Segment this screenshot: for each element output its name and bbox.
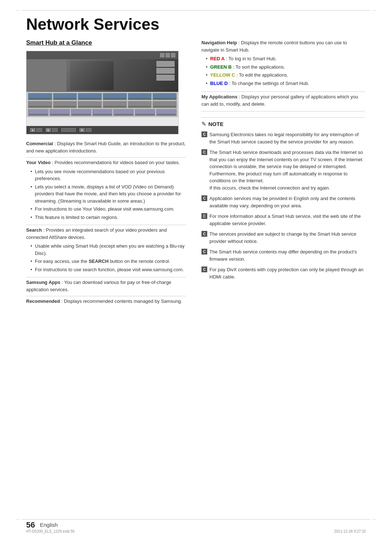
search-item-3: For instructions to use search function,… <box>30 266 186 273</box>
margin-mark-right <box>372 10 376 11</box>
note-header: ✎ NOTE <box>201 117 365 127</box>
sh-icon-2 <box>166 53 170 57</box>
search-text: Search : Provides an integrated search o… <box>26 227 186 241</box>
sh-long-bar <box>61 128 76 132</box>
sh-row-item <box>28 93 52 100</box>
page: Network Services Smart Hub at a Glance <box>0 0 392 537</box>
your-video-item-2: Lets you select a movie, displays a list… <box>30 183 186 205</box>
search-block: Search : Provides an integrated search o… <box>26 227 186 277</box>
sh-row-item <box>152 101 177 108</box>
note-item-5: C The services provided are subject to c… <box>201 231 365 245</box>
sh-left-panel <box>26 59 66 91</box>
sh-row-item <box>156 109 177 116</box>
sh-row-item <box>78 101 102 108</box>
note-text-6: The Smart Hub service contents may diffe… <box>209 248 365 263</box>
sh-featured <box>26 59 178 92</box>
smarthub-diagram: a b d <box>26 51 179 134</box>
sh-small-3 <box>156 75 175 81</box>
note-text-3: Application services may be provided in … <box>209 195 365 209</box>
sh-btn-d: d <box>79 128 91 132</box>
my-apps-block: My Applications : Displays your personal… <box>201 93 365 111</box>
sh-row-3 <box>28 109 177 116</box>
sh-icon-3 <box>171 53 175 57</box>
commercial-title: Commercial <box>26 141 53 146</box>
sh-row-item <box>53 93 77 100</box>
search-title: Search <box>26 227 42 233</box>
sh-btn-a-box: a <box>30 128 35 132</box>
blue-text: : To change the settings of Smart Hub. <box>228 81 309 86</box>
bottom-border <box>22 519 370 520</box>
note-item-1: C Samsung Electronics takes no legal res… <box>201 131 365 145</box>
sh-row-item <box>92 109 113 116</box>
sh-rows <box>26 92 178 117</box>
note-icon: ✎ <box>201 121 206 127</box>
sh-row-item <box>135 109 155 116</box>
sh-row-item <box>113 109 134 116</box>
sh-row-item <box>49 109 70 116</box>
sh-row-item <box>152 93 177 100</box>
yellow-text: : To edit the applications. <box>235 72 288 78</box>
section-title: Smart Hub at a Glance <box>26 39 186 46</box>
your-video-title: Your Video <box>26 160 50 165</box>
note-badge-5: C <box>201 231 207 237</box>
sh-bottom-bar: a b d <box>26 126 178 134</box>
commercial-text: Commercial : Displays the Smart Hub Guid… <box>26 140 186 154</box>
sh-row-item <box>71 109 91 116</box>
note-text-4: For more information about a Smart Hub s… <box>209 213 365 227</box>
footer-left: HT-D5200_ELS_1229.indd 56 <box>26 529 74 533</box>
your-video-item-3: For instructions to use Your Video, plea… <box>30 206 186 213</box>
note-badge-1: C <box>201 131 207 137</box>
sh-row-2 <box>28 101 177 108</box>
note-badge-6: C <box>201 249 207 255</box>
note-text-7: For pay DivX contents with copy protecti… <box>209 266 365 280</box>
nav-help-text: Navigation Help : Displays the remote co… <box>201 39 365 53</box>
sh-btn-d-box: d <box>79 128 85 132</box>
sh-featured-small <box>156 61 175 81</box>
note-badge-2: C <box>201 149 207 155</box>
your-video-text: Your Video : Provides recommendations fo… <box>26 159 186 166</box>
search-list: Usable while using Smart Hub (except whe… <box>30 243 186 273</box>
nav-green-item: GREEN B : To sort the applications. <box>206 64 365 71</box>
nav-help-list: RED A : To log in to Smart Hub. GREEN B … <box>206 55 365 87</box>
red-label: RED A <box>210 56 225 61</box>
nav-help-title: Navigation Help <box>201 40 237 45</box>
search-item-2: For easy access, use the SEARCH button o… <box>30 258 186 265</box>
nav-blue-item: BLUE D : To change the settings of Smart… <box>206 80 365 87</box>
note-badge-3: C <box>201 195 207 201</box>
sh-btn-a-bar <box>36 128 42 132</box>
sh-icon-1 <box>160 53 164 57</box>
blue-label: BLUE D <box>210 81 228 86</box>
your-video-desc: : Provides recommendations for videos ba… <box>52 160 180 165</box>
your-video-item-4: This feature is limited to certain regio… <box>30 214 186 221</box>
recommended-title: Recommended <box>26 298 60 304</box>
page-language: English <box>40 522 58 528</box>
sh-btn-b: b <box>46 128 58 132</box>
sh-row-item <box>128 93 152 100</box>
note-label: NOTE <box>208 121 224 127</box>
search-item-1: Usable while using Smart Hub (except whe… <box>30 243 186 257</box>
green-label: GREEN B <box>210 64 232 70</box>
right-column: Navigation Help : Displays the remote co… <box>201 39 365 284</box>
note-item-6: C The Smart Hub service contents may dif… <box>201 248 365 263</box>
sh-content-area <box>26 59 178 117</box>
left-column: Smart Hub at a Glance <box>26 39 186 309</box>
page-title: Network Services <box>26 15 159 33</box>
sh-row-1 <box>28 93 177 100</box>
sh-row-item <box>103 101 127 108</box>
sh-row-item <box>28 101 52 108</box>
sh-btn-a: a <box>30 128 42 132</box>
note-badge-7: C <box>201 267 207 272</box>
margin-mark-left <box>16 10 20 11</box>
sh-btn-b-box: b <box>46 128 51 132</box>
samsung-apps-title: Samsung Apps <box>26 280 60 285</box>
nav-yellow-item: YELLOW C : To edit the applications. <box>206 72 365 79</box>
sh-row-item <box>103 93 127 100</box>
margin-mark-left-bottom <box>16 519 20 520</box>
nav-red-item: RED A : To log in to Smart Hub. <box>206 55 365 62</box>
search-desc: : Provides an integrated search of your … <box>26 227 167 240</box>
yellow-label: YELLOW C <box>210 72 235 78</box>
commercial-block: Commercial : Displays the Smart Hub Guid… <box>26 140 186 158</box>
sh-small-2 <box>156 68 175 74</box>
note-text-1: Samsung Electronics takes no legal respo… <box>209 131 365 145</box>
recommended-text: Recommended : Displays recommended conte… <box>26 298 186 305</box>
